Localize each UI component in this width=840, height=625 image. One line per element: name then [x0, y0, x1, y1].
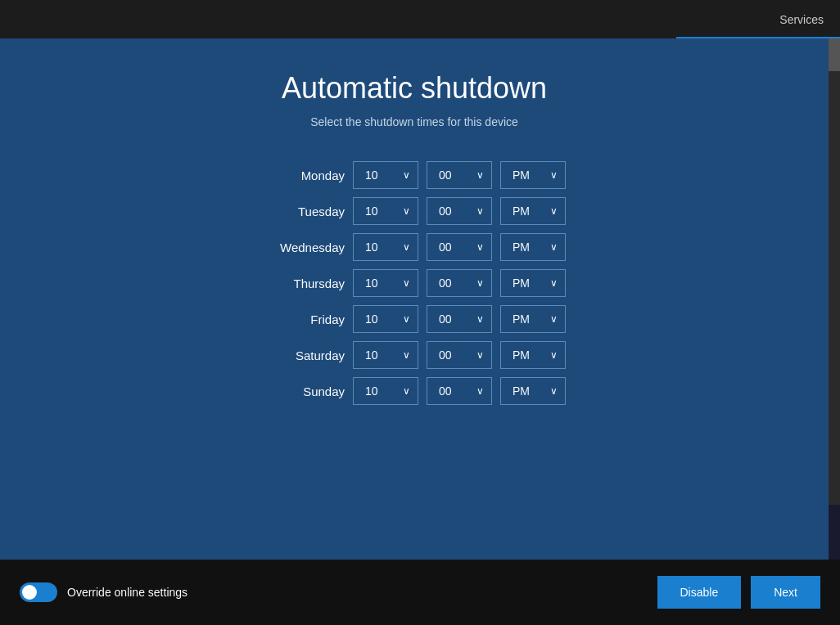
minute-select-wrapper-tuesday: 000510152025303540455055∨	[427, 197, 492, 225]
period-select-tuesday[interactable]: AMPM	[500, 197, 566, 225]
minute-select-thursday[interactable]: 000510152025303540455055	[427, 269, 492, 297]
services-label: Services	[779, 13, 824, 26]
schedule-grid: Monday123456789101112∨000510152025303540…	[263, 161, 566, 405]
hour-select-wrapper-saturday: 123456789101112∨	[353, 341, 418, 369]
hour-select-saturday[interactable]: 123456789101112	[353, 341, 418, 369]
day-label-monday: Monday	[263, 169, 345, 182]
period-select-thursday[interactable]: AMPM	[500, 269, 566, 297]
period-select-wrapper-sunday: AMPM∨	[500, 377, 566, 405]
period-select-wrapper-monday: AMPM∨	[500, 161, 566, 189]
day-label-thursday: Thursday	[263, 277, 345, 290]
period-select-saturday[interactable]: AMPM	[500, 341, 566, 369]
minute-select-friday[interactable]: 000510152025303540455055	[427, 305, 492, 333]
minute-select-saturday[interactable]: 000510152025303540455055	[427, 341, 492, 369]
day-label-sunday: Sunday	[263, 384, 345, 398]
period-select-wrapper-thursday: AMPM∨	[500, 269, 566, 297]
action-buttons: Disable Next	[657, 576, 821, 609]
hour-select-wrapper-thursday: 123456789101112∨	[353, 269, 418, 297]
hour-select-friday[interactable]: 123456789101112	[353, 305, 418, 333]
hour-select-wrapper-friday: 123456789101112∨	[353, 305, 418, 333]
minute-select-monday[interactable]: 000510152025303540455055	[427, 161, 492, 189]
main-content: Automatic shutdown Select the shutdown t…	[0, 38, 829, 560]
top-bar: Services	[0, 0, 840, 38]
minute-select-wednesday[interactable]: 000510152025303540455055	[427, 233, 492, 261]
hour-select-tuesday[interactable]: 123456789101112	[353, 197, 418, 225]
active-underline	[676, 37, 840, 38]
scrollbar[interactable]	[829, 38, 840, 505]
toggle-area: Override online settings	[20, 582, 187, 602]
override-label: Override online settings	[67, 586, 187, 599]
period-select-wrapper-friday: AMPM∨	[500, 305, 566, 333]
day-label-saturday: Saturday	[263, 348, 345, 362]
minute-select-wrapper-monday: 000510152025303540455055∨	[427, 161, 492, 189]
day-label-friday: Friday	[263, 312, 345, 326]
minute-select-wrapper-wednesday: 000510152025303540455055∨	[427, 233, 492, 261]
period-select-sunday[interactable]: AMPM	[500, 377, 566, 405]
hour-select-sunday[interactable]: 123456789101112	[353, 377, 418, 405]
schedule-row: Monday123456789101112∨000510152025303540…	[263, 161, 566, 189]
period-select-wrapper-saturday: AMPM∨	[500, 341, 566, 369]
hour-select-wrapper-wednesday: 123456789101112∨	[353, 233, 418, 261]
schedule-row: Friday123456789101112∨000510152025303540…	[263, 305, 566, 333]
period-select-friday[interactable]: AMPM	[500, 305, 566, 333]
schedule-row: Thursday123456789101112∨0005101520253035…	[263, 269, 566, 297]
schedule-row: Tuesday123456789101112∨00051015202530354…	[263, 197, 566, 225]
minute-select-wrapper-friday: 000510152025303540455055∨	[427, 305, 492, 333]
page-subtitle: Select the shutdown times for this devic…	[310, 115, 518, 128]
hour-select-wednesday[interactable]: 123456789101112	[353, 233, 418, 261]
day-label-wednesday: Wednesday	[263, 241, 345, 254]
minute-select-tuesday[interactable]: 000510152025303540455055	[427, 197, 492, 225]
period-select-wrapper-tuesday: AMPM∨	[500, 197, 566, 225]
schedule-row: Wednesday123456789101112∨000510152025303…	[263, 233, 566, 261]
period-select-wrapper-wednesday: AMPM∨	[500, 233, 566, 261]
override-toggle[interactable]	[20, 582, 57, 602]
period-select-monday[interactable]: AMPM	[500, 161, 566, 189]
minute-select-wrapper-thursday: 000510152025303540455055∨	[427, 269, 492, 297]
minute-select-wrapper-sunday: 000510152025303540455055∨	[427, 377, 492, 405]
hour-select-monday[interactable]: 123456789101112	[353, 161, 418, 189]
hour-select-wrapper-monday: 123456789101112∨	[353, 161, 418, 189]
page-title: Automatic shutdown	[282, 71, 547, 106]
hour-select-wrapper-tuesday: 123456789101112∨	[353, 197, 418, 225]
schedule-row: Saturday123456789101112∨0005101520253035…	[263, 341, 566, 369]
hour-select-thursday[interactable]: 123456789101112	[353, 269, 418, 297]
scrollbar-thumb[interactable]	[829, 38, 840, 71]
disable-button[interactable]: Disable	[657, 576, 742, 609]
schedule-row: Sunday123456789101112∨000510152025303540…	[263, 377, 566, 405]
bottom-bar: Override online settings Disable Next	[0, 560, 840, 625]
toggle-thumb	[22, 585, 37, 600]
next-button[interactable]: Next	[751, 576, 820, 609]
minute-select-sunday[interactable]: 000510152025303540455055	[427, 377, 492, 405]
period-select-wednesday[interactable]: AMPM	[500, 233, 566, 261]
day-label-tuesday: Tuesday	[263, 205, 345, 218]
hour-select-wrapper-sunday: 123456789101112∨	[353, 377, 418, 405]
minute-select-wrapper-saturday: 000510152025303540455055∨	[427, 341, 492, 369]
